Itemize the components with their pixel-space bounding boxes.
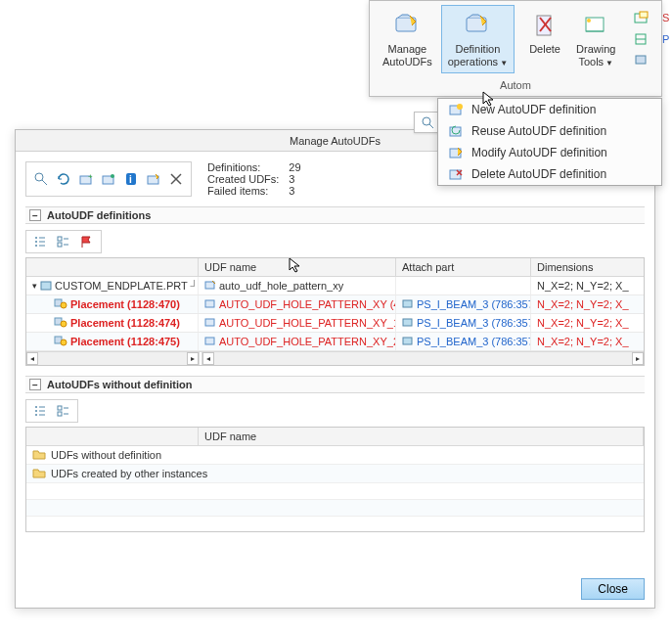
collapse-icon[interactable]: − (29, 379, 41, 390)
svg-rect-53 (205, 319, 214, 326)
mini-tool-2[interactable] (632, 30, 651, 48)
chevron-down-icon: ▼ (605, 59, 613, 68)
table-row[interactable]: Placement (1128:474) AUTO_UDF_HOLE_PATTE… (26, 314, 644, 333)
collapse-all-icon[interactable] (54, 402, 73, 420)
horizontal-scrollbar[interactable]: ◂▸ ◂▸ (26, 351, 644, 365)
mini-tool-3[interactable] (632, 52, 651, 69)
stat-value: 3 (289, 185, 300, 197)
menu-reuse-autoudf[interactable]: Reuse AutoUDF definition (438, 120, 661, 142)
drawing-label-1: Drawing (576, 43, 615, 56)
menu-modify-autoudf[interactable]: Modify AutoUDF definition (438, 142, 661, 163)
info-icon[interactable]: i (121, 169, 141, 189)
udf-icon (204, 279, 216, 293)
mini-tool-1[interactable] (632, 9, 651, 26)
stats-block: Definitions: 29 Created UDFs: 3 Failed i… (207, 161, 301, 197)
definition-label-2: operations (448, 56, 498, 68)
t2-col1-header[interactable] (26, 428, 199, 445)
stat-value: 29 (289, 161, 300, 173)
svg-rect-50 (403, 300, 412, 307)
placement-icon (54, 297, 67, 311)
table-row[interactable]: Placement (1128:475) AUTO_UDF_HOLE_PATTE… (26, 333, 644, 351)
ribbon-group-label: Autom (370, 77, 661, 96)
collapse-icon[interactable]: − (29, 209, 41, 221)
table-row[interactable]: UDFs created by other instances (26, 465, 644, 483)
udf-icon (204, 335, 216, 348)
svg-point-24 (35, 173, 43, 181)
folder-lightning-icon[interactable] (144, 169, 163, 189)
folder-label: UDFs without definition (51, 449, 161, 461)
new-icon (446, 102, 466, 117)
section-without-definition[interactable]: − AutoUDFs without definition (25, 376, 645, 393)
table-row[interactable]: UDFs without definition (26, 446, 644, 465)
udf-cell: auto_udf_hole_pattern_xy (219, 280, 343, 292)
table-header: UDF name Attach part Dimensions (26, 258, 644, 277)
flag-icon[interactable] (77, 233, 97, 250)
dim-cell: N_X=2; N_Y=2; X_ (537, 280, 629, 292)
stat-label: Failed items: (207, 185, 279, 197)
table-row[interactable]: Placement (1128:470) AUTO_UDF_HOLE_PATTE… (26, 295, 644, 314)
expand-selected-icon[interactable] (30, 402, 50, 420)
part-icon (402, 336, 414, 347)
svg-line-25 (42, 180, 47, 185)
stat-value: 3 (289, 173, 300, 185)
col-attach-header[interactable]: Attach part (396, 258, 531, 276)
close-button[interactable]: Close (581, 578, 645, 600)
folder-icon (32, 448, 46, 462)
without-definition-table: UDF name UDFs without definition UDFs cr… (25, 427, 645, 532)
tree-collapse-icon[interactable]: ▾ (32, 281, 37, 291)
collapse-all-icon[interactable] (54, 233, 73, 250)
table-row[interactable]: ▾CUSTOM_ENDPLATE.PRT┘└UDF auto_udf_hole_… (26, 277, 644, 295)
menu-delete-autoudf[interactable]: Delete AutoUDF definition (438, 163, 661, 185)
svg-line-16 (429, 124, 433, 128)
t2-col2-header[interactable]: UDF name (199, 428, 644, 445)
delete-button[interactable]: Delete (522, 5, 567, 73)
dialog-title: Manage AutoUDFs (290, 135, 381, 147)
svg-rect-9 (640, 12, 648, 18)
drawing-tools-button[interactable]: Drawing Tools▼ (569, 5, 622, 73)
modify-icon (446, 145, 466, 160)
menu-item-label: Reuse AutoUDF definition (471, 124, 606, 138)
mini-tool-4[interactable]: S (657, 9, 672, 26)
definition-operations-button[interactable]: Definition operations▼ (441, 5, 515, 73)
svg-text:S: S (662, 12, 669, 23)
folder-icon (32, 467, 46, 480)
refresh-icon[interactable] (54, 169, 73, 189)
col-dim-header[interactable]: Dimensions (531, 258, 644, 276)
col-tree-header[interactable] (26, 258, 199, 276)
udf-cell: AUTO_UDF_HOLE_PATTERN_XY_1 (4713) (219, 317, 396, 329)
svg-text:+: + (88, 172, 93, 181)
drawing-label-2: Tools (578, 56, 604, 68)
stat-label: Definitions: (207, 161, 279, 173)
tools-icon[interactable] (166, 169, 186, 189)
svg-point-36 (35, 241, 37, 243)
dialog-toolbar: + i (25, 161, 192, 197)
stat-label: Created UDFs: (207, 173, 279, 185)
definition-operations-menu: New AutoUDF definition Reuse AutoUDF def… (437, 98, 662, 186)
manage-autoudfs-button[interactable]: Manage AutoUDFs (376, 5, 439, 73)
folder-list-icon[interactable] (99, 169, 118, 189)
section1-toolbar (25, 230, 102, 253)
section2-toolbar (25, 399, 78, 423)
dim-cell: N_X=2; N_Y=2; X_ (537, 298, 629, 310)
expand-selected-icon[interactable] (30, 233, 50, 250)
search-icon[interactable] (419, 113, 436, 131)
folder-label: UDFs created by other instances (51, 468, 207, 479)
udf-icon (204, 297, 216, 311)
mini-tool-5[interactable]: P (657, 30, 672, 48)
delete-menu-icon (446, 166, 466, 182)
dim-cell: N_X=2; N_Y=2; X_ (537, 317, 629, 329)
part-icon (40, 279, 52, 293)
attach-cell: PS_I_BEAM_3 (786:357) (417, 317, 531, 329)
part-icon (402, 298, 414, 310)
svg-point-60 (35, 410, 37, 412)
folder-add-icon[interactable]: + (76, 169, 96, 189)
svg-point-59 (35, 406, 37, 408)
svg-rect-66 (58, 412, 62, 416)
section-autoudf-definitions[interactable]: − AutoUDF definitions (25, 206, 645, 224)
udf-cell: AUTO_UDF_HOLE_PATTERN_XY (4625) (219, 298, 396, 310)
col-udf-header[interactable]: UDF name (199, 258, 396, 276)
tree-node-label: CUSTOM_ENDPLATE.PRT (55, 280, 188, 292)
manage-autoudfs-dialog: Manage AutoUDFs + i Definitions: 29 Crea… (15, 129, 655, 609)
zoom-icon[interactable] (31, 169, 51, 189)
menu-new-autoudf[interactable]: New AutoUDF definition (438, 99, 661, 120)
